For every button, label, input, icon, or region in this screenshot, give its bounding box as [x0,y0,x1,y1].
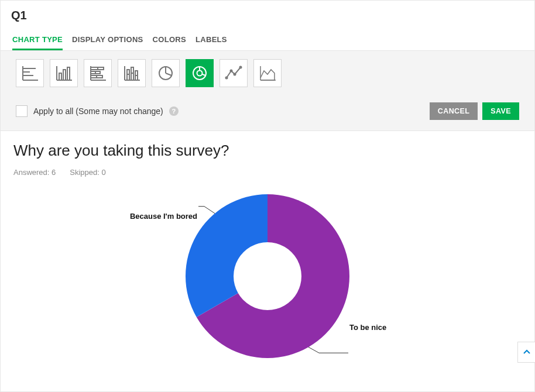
controls-row: Apply to all (Some may not change) ? CAN… [1,95,534,130]
svg-rect-9 [67,67,70,80]
cancel-button[interactable]: CANCEL [430,102,478,120]
skipped-stat: Skipped: 0 [70,168,105,177]
tab-colors[interactable]: COLORS [153,32,186,50]
chart-type-donut-icon[interactable] [186,59,214,87]
question-title: Why are you taking this survey? [13,142,522,160]
chart-type-buttons [1,51,534,95]
toolbar: Apply to all (Some may not change) ? CAN… [1,50,534,131]
apply-to-all-checkbox[interactable] [16,105,28,117]
response-stats: Answered: 6 Skipped: 0 [13,168,522,177]
svg-point-28 [197,71,203,76]
chart-area: Because I'm bored To be nice [13,177,522,391]
tab-display-options[interactable]: DISPLAY OPTIONS [72,32,143,50]
chart-type-vertical-bar-icon[interactable] [50,59,78,87]
chart-type-horizontal-bar-icon[interactable] [16,59,44,87]
slice-label-nice: To be nice [349,323,386,332]
chart-type-stacked-horizontal-icon[interactable] [84,59,112,87]
action-buttons: CANCEL SAVE [430,102,519,120]
tabs: CHART TYPE DISPLAY OPTIONS COLORS LABELS [11,32,524,50]
chart-type-line-icon[interactable] [220,59,248,87]
chart-type-stacked-vertical-icon[interactable] [118,59,146,87]
donut-chart: Because I'm bored To be nice [104,188,431,387]
chart-type-area-icon[interactable] [253,59,282,87]
save-button[interactable]: SAVE [482,102,519,120]
svg-rect-7 [59,73,61,80]
tab-labels[interactable]: LABELS [196,32,227,50]
chart-body: Why are you taking this survey? Answered… [1,131,534,391]
help-icon[interactable]: ? [169,106,179,116]
apply-to-all-label: Apply to all (Some may not change) [33,106,163,116]
tab-chart-type[interactable]: CHART TYPE [12,32,63,50]
slice-label-bored: Because I'm bored [130,212,197,221]
question-id: Q1 [11,9,524,22]
question-panel: Q1 CHART TYPE DISPLAY OPTIONS COLORS LAB… [0,0,535,392]
apply-to-all: Apply to all (Some may not change) ? [16,105,179,117]
panel-header: Q1 CHART TYPE DISPLAY OPTIONS COLORS LAB… [1,1,534,50]
svg-rect-8 [63,70,66,80]
scroll-top-button[interactable] [517,342,535,363]
answered-stat: Answered: 6 [13,168,56,177]
chart-type-pie-icon[interactable] [152,59,180,87]
donut-slice-1 [186,194,268,317]
